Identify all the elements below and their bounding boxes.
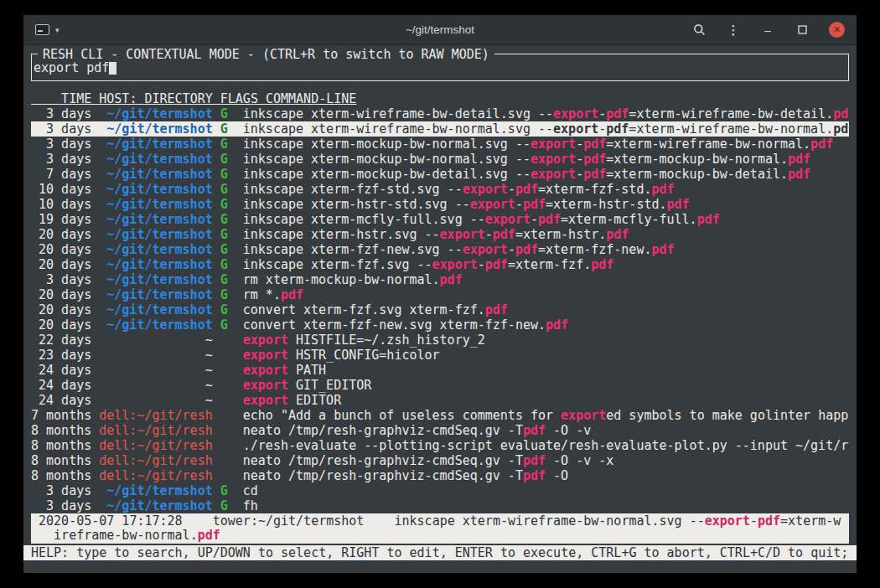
history-row[interactable]: 19 days~/git/termshotGinkscape xterm-mcf… <box>31 212 849 227</box>
history-row[interactable]: 3 days~/git/termshotGrm xterm-mockup-bw-… <box>31 272 849 287</box>
terminal-window: ▾ ~/git/termshot ⋮ – ✕ RESH CLI - CONTEX… <box>23 15 857 573</box>
history-row[interactable]: 20 days~/git/termshotGrm *.pdf <box>31 287 849 302</box>
row-time: 10 days <box>31 197 91 212</box>
history-row[interactable]: 24 days~export EDITOR <box>31 393 849 408</box>
history-row[interactable]: 20 days~/git/termshotGconvert xterm-fzf.… <box>31 302 849 317</box>
match-highlight: pdf <box>485 257 508 272</box>
row-flags <box>220 378 228 393</box>
row-command: fh <box>243 498 849 513</box>
history-row[interactable]: 3 days~/git/termshotGfh <box>31 498 849 513</box>
row-time: 19 days <box>31 212 91 227</box>
row-flags <box>220 333 228 348</box>
close-button[interactable]: ✕ <box>829 22 845 38</box>
history-row[interactable]: 7 monthsdell:~/git/reshecho "Add a bunch… <box>31 408 849 423</box>
history-row[interactable]: 20 days~/git/termshotGinkscape xterm-fzf… <box>31 242 849 257</box>
kebab-menu-icon[interactable]: ⋮ <box>726 23 741 38</box>
row-flags: G <box>220 212 228 227</box>
match-highlight: pdf <box>583 167 606 182</box>
row-flags: G <box>220 182 228 197</box>
row-flags: G <box>220 106 228 121</box>
row-host-directory: ~/git/termshot <box>99 167 212 182</box>
match-highlight: export <box>553 106 598 121</box>
history-row[interactable]: 22 days~export HISTFILE=~/.zsh_history_2 <box>31 333 849 348</box>
row-command: inkscape xterm-fzf.svg --export-pdf=xter… <box>243 257 849 272</box>
row-host-directory: ~/git/termshot <box>99 227 212 242</box>
row-time: 3 days <box>31 272 91 287</box>
row-command: inkscape xterm-fzf-std.svg --export-pdf=… <box>243 182 849 197</box>
match-highlight: pdf <box>758 514 780 529</box>
row-flags: G <box>220 287 228 302</box>
row-command: echo "Add a bunch of useless comments fo… <box>243 408 849 423</box>
history-row[interactable]: 8 monthsdell:~/git/reshneato /tmp/resh-g… <box>31 453 849 468</box>
row-flags: G <box>220 242 228 257</box>
row-time: 3 days <box>31 152 91 167</box>
history-row[interactable]: 10 days~/git/termshotGinkscape xterm-fzf… <box>31 182 849 197</box>
search-box[interactable]: RESH CLI - CONTEXTUAL MODE - (CTRL+R to … <box>31 54 849 81</box>
row-flags: G <box>220 227 228 242</box>
row-time: 3 days <box>31 106 91 121</box>
history-row[interactable]: 3 days~/git/termshotGcd <box>31 483 849 498</box>
match-highlight: pd <box>833 121 848 137</box>
row-host-directory: ~/git/termshot <box>99 106 212 121</box>
row-flags: G <box>220 152 228 167</box>
match-highlight: pdf <box>493 227 515 242</box>
row-host-directory: ~ <box>99 333 212 348</box>
table-header: TIME HOST: DIRECTORY FLAGS COMMAND-LINE <box>31 91 849 106</box>
row-command: inkscape xterm-mockup-bw-normal.svg --ex… <box>243 137 849 152</box>
row-time: 7 days <box>31 167 91 182</box>
history-row[interactable]: 23 days~export HSTR_CONFIG=hicolor <box>31 348 849 363</box>
terminal-content: RESH CLI - CONTEXTUAL MODE - (CTRL+R to … <box>23 45 857 573</box>
row-command: convert xterm-fzf-new.svg xterm-fzf-new.… <box>243 317 849 333</box>
history-row[interactable]: 7 days~/git/termshotGinkscape xterm-mock… <box>31 167 849 182</box>
search-query-input[interactable]: export pdf <box>34 60 116 75</box>
titlebar[interactable]: ▾ ~/git/termshot ⋮ – ✕ <box>23 15 857 45</box>
history-row[interactable]: 3 days~/git/termshotGinkscape xterm-mock… <box>31 152 849 167</box>
history-row[interactable]: 10 days~/git/termshotGinkscape xterm-hst… <box>31 197 849 212</box>
row-time: 7 months <box>31 408 91 423</box>
row-host-directory: ~/git/termshot <box>99 272 212 287</box>
row-host-directory: dell:~/git/resh <box>99 468 212 483</box>
history-row[interactable]: 3 days~/git/termshotGinkscape xterm-mock… <box>31 137 849 152</box>
row-time: 8 months <box>31 438 91 453</box>
row-host-directory: ~/git/termshot <box>99 257 212 272</box>
history-row[interactable]: 24 days~export PATH <box>31 363 849 378</box>
history-row[interactable]: 8 monthsdell:~/git/reshneato /tmp/resh-g… <box>31 468 849 483</box>
minimize-button[interactable]: – <box>760 23 775 38</box>
app-menu-button[interactable]: ▾ <box>35 24 60 35</box>
selected-entry-detail: 2020-05-07 17:17:28 tower:~/git/termshot… <box>31 513 849 544</box>
match-highlight: export <box>470 197 515 212</box>
row-command: inkscape xterm-mcfly-full.svg --export-p… <box>243 212 849 227</box>
row-time: 8 months <box>31 423 91 438</box>
row-time: 20 days <box>31 317 91 333</box>
row-host-directory: dell:~/git/resh <box>99 408 212 423</box>
restore-button[interactable] <box>795 23 810 38</box>
row-time: 24 days <box>31 363 91 378</box>
detail-line-2: ireframe-bw-normal.pdf <box>31 529 849 543</box>
titlebar-controls: ⋮ – ✕ <box>691 22 845 38</box>
search-box-title: RESH CLI - CONTEXTUAL MODE - (CTRL+R to … <box>38 47 494 62</box>
match-highlight: export <box>243 393 288 408</box>
history-row[interactable]: 20 days~/git/termshotGinkscape xterm-hst… <box>31 227 849 242</box>
row-host-directory: ~/git/termshot <box>99 483 212 498</box>
history-row[interactable]: 3 days~/git/termshotGinkscape xterm-wire… <box>31 106 849 121</box>
match-highlight: export <box>561 408 606 423</box>
match-highlight: pdf <box>606 227 629 242</box>
row-time: 24 days <box>31 378 91 393</box>
match-highlight: export <box>440 227 485 242</box>
match-highlight: pdf <box>523 197 546 212</box>
history-row[interactable]: 24 days~export GIT_EDITOR <box>31 378 849 393</box>
row-command: inkscape xterm-mockup-bw-detail.svg --ex… <box>243 167 849 182</box>
history-row[interactable]: 8 monthsdell:~/git/reshneato /tmp/resh-g… <box>31 423 849 438</box>
row-host-directory: dell:~/git/resh <box>99 453 212 468</box>
row-flags <box>220 438 228 453</box>
history-row[interactable]: 8 monthsdell:~/git/resh./resh-evaluate -… <box>31 438 849 453</box>
history-table-body: 3 days~/git/termshotGinkscape xterm-wire… <box>31 106 849 513</box>
history-row-selected[interactable]: 3 days~/git/termshotGinkscape xterm-wire… <box>31 121 849 137</box>
history-row[interactable]: 20 days~/git/termshotGinkscape xterm-fzf… <box>31 257 849 272</box>
row-command: inkscape xterm-fzf-new.svg --export-pdf=… <box>243 242 849 257</box>
history-row[interactable]: 20 days~/git/termshotGconvert xterm-fzf-… <box>31 317 849 333</box>
search-icon[interactable] <box>691 23 707 38</box>
row-time: 20 days <box>31 302 91 317</box>
row-host-directory: ~/git/termshot <box>99 121 212 137</box>
row-flags <box>220 363 228 378</box>
